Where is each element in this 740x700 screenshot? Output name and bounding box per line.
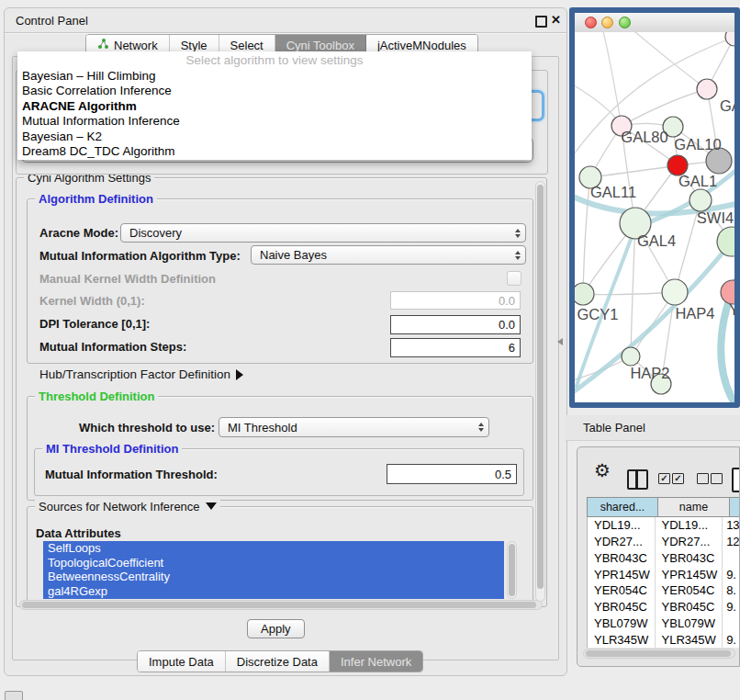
table-header-row: shared... name (587, 497, 740, 517)
control-panel-window: Control Panel ✕ Network Style Select Cyn… (4, 7, 567, 676)
tab-select-label: Select (230, 39, 263, 52)
aracne-mode-combobox[interactable]: Discovery (120, 223, 526, 243)
table-row[interactable]: YLR345WYLR345W9. (588, 631, 740, 648)
float-window-icon[interactable] (535, 16, 547, 28)
table-cell: YER054C (656, 582, 723, 599)
list-item[interactable]: gal4RGexp (43, 584, 504, 599)
column-header-shared-name[interactable]: shared... (587, 497, 658, 517)
dropdown-item[interactable]: Dream8 DC_TDC Algorithm (17, 144, 532, 159)
tab-discretize-data[interactable]: Discretize Data (226, 651, 330, 672)
kernel-width-field[interactable]: 0.0 (390, 291, 521, 310)
tab-impute-data-label: Impute Data (149, 655, 214, 669)
minimized-panel-icon[interactable] (5, 691, 23, 700)
dropdown-placeholder: Select algorithm to view settings (17, 51, 532, 69)
data-attributes-list[interactable]: SelfLoops TopologicalCoefficient Between… (43, 541, 504, 599)
which-threshold-combobox[interactable]: MI Threshold (219, 417, 489, 437)
split-columns-icon[interactable] (627, 469, 648, 490)
zoom-traffic-light-icon[interactable] (619, 17, 631, 28)
dropdown-item[interactable]: Basic Correlation Inference (17, 84, 532, 98)
which-threshold-value: MI Threshold (228, 421, 297, 435)
hub-definition-expander[interactable]: Hub/Transcription Factor Definition (39, 367, 243, 381)
algorithm-dropdown-popup: Select algorithm to view settings Bayesi… (17, 51, 532, 160)
table-row[interactable]: YBR043CYBR043C (588, 550, 740, 567)
settings-vertical-scrollbar[interactable] (535, 181, 545, 602)
node-label: Y (729, 301, 734, 318)
export-table-icon[interactable] (732, 468, 740, 492)
node-label: GAL11 (590, 184, 636, 200)
network-node[interactable] (725, 32, 734, 46)
network-edge (602, 32, 622, 126)
tab-infer-network[interactable]: Infer Network (330, 651, 422, 672)
mi-threshold-label: Mutual Information Threshold: (45, 468, 218, 481)
collapse-arrow-icon (206, 502, 217, 510)
combo-spinner-icon (515, 229, 521, 238)
attributes-list-scrollbar[interactable] (507, 541, 517, 599)
table-cell: 9. (723, 566, 740, 582)
network-svg[interactable]: GALGAL80GAL10GAL1GAL11SWI4GAL4GCY1HAP4YH… (575, 32, 734, 402)
sources-title-label: Sources for Network Inference (39, 500, 200, 514)
select-all-checkbox-icon[interactable]: ✓ (658, 473, 670, 484)
list-item[interactable]: BetweennessCentrality (43, 570, 504, 584)
mi-algorithm-type-combobox[interactable]: Naive Bayes (251, 245, 526, 265)
mi-threshold-field[interactable]: 0.5 (387, 464, 517, 484)
combo-spinner-icon (478, 423, 484, 432)
mi-steps-field[interactable]: 6 (390, 338, 521, 357)
table-toolbar: ⚙ ✓ ✓ (577, 447, 739, 495)
table-cell: 9. (723, 599, 740, 615)
sources-horizontal-scrollbar[interactable] (19, 600, 543, 610)
network-edge (630, 32, 707, 89)
which-threshold-label: Which threshold to use: (79, 421, 215, 435)
tab-style-label: Style (181, 39, 207, 52)
table-cell: 12 (723, 534, 740, 550)
list-item[interactable]: TopologicalCoefficient (43, 556, 504, 570)
network-node[interactable] (697, 79, 717, 99)
tab-cyni-toolbox-label: Cyni Toolbox (286, 39, 354, 52)
network-canvas[interactable]: GALGAL80GAL10GAL1GAL11SWI4GAL4GCY1HAP4YH… (575, 32, 734, 402)
network-node[interactable] (662, 279, 688, 305)
select-all-checkbox-icon[interactable]: ✓ (672, 473, 684, 484)
table-panel-title: Table Panel (583, 421, 645, 435)
table-cell: YLR345W (656, 631, 723, 648)
table-row[interactable]: YPR145WYPR145W9. (588, 566, 740, 582)
table-cell: YPR145W (588, 566, 656, 582)
close-icon[interactable]: ✕ (551, 13, 561, 27)
control-panel-title: Control Panel (16, 14, 88, 28)
network-edge (583, 177, 590, 294)
algorithm-definition-title: Algorithm Definition (35, 192, 157, 206)
dropdown-item[interactable]: Bayesian – K2 (17, 130, 532, 144)
dropdown-item[interactable]: Bayesian – Hill Climbing (17, 69, 532, 84)
control-panel-titlebar: Control Panel ✕ (5, 8, 566, 33)
dropdown-item-selected[interactable]: ARACNE Algorithm (17, 99, 532, 114)
sources-title[interactable]: Sources for Network Inference (35, 500, 220, 514)
aracne-mode-label: Aracne Mode: (39, 226, 118, 240)
table-cell: YBR045C (656, 599, 723, 615)
network-node[interactable] (690, 189, 712, 211)
table-horizontal-scrollbar[interactable] (583, 649, 735, 659)
close-traffic-light-icon[interactable] (585, 17, 597, 28)
table-panel-header: Table Panel (566, 415, 740, 441)
deselect-all-checkbox-icon[interactable] (697, 473, 709, 484)
minimize-traffic-light-icon[interactable] (601, 17, 613, 28)
dropdown-item[interactable]: Mutual Information Inference (17, 114, 532, 129)
node-label: GAL10 (674, 136, 721, 152)
manual-kernel-width-checkbox[interactable] (507, 271, 521, 286)
network-node[interactable] (717, 227, 734, 256)
apply-button[interactable]: Apply (247, 619, 305, 638)
list-item[interactable]: SelfLoops (43, 541, 504, 556)
table-row[interactable]: YDR27...YDR27...12 (588, 534, 740, 550)
table-row[interactable]: YER054CYER054C8. (588, 582, 740, 599)
panel-resize-handle[interactable] (557, 338, 563, 345)
tab-impute-data[interactable]: Impute Data (138, 651, 226, 672)
deselect-all-checkbox-icon[interactable] (711, 473, 723, 484)
column-header-clipped[interactable] (730, 497, 740, 517)
table-row[interactable]: YBR045CYBR045C9. (588, 599, 740, 615)
dpi-tolerance-field[interactable]: 0.0 (390, 315, 521, 334)
network-node[interactable] (622, 347, 640, 366)
network-node[interactable] (575, 283, 594, 305)
mi-algorithm-type-label: Mutual Information Algorithm Type: (39, 249, 241, 263)
node-label: GAL4 (637, 232, 676, 249)
table-row[interactable]: YDL19...YDL19...13 (588, 517, 740, 534)
table-row[interactable]: YBL079WYBL079W (588, 615, 740, 632)
network-edge (622, 89, 707, 126)
column-header-name[interactable]: name (658, 497, 730, 517)
